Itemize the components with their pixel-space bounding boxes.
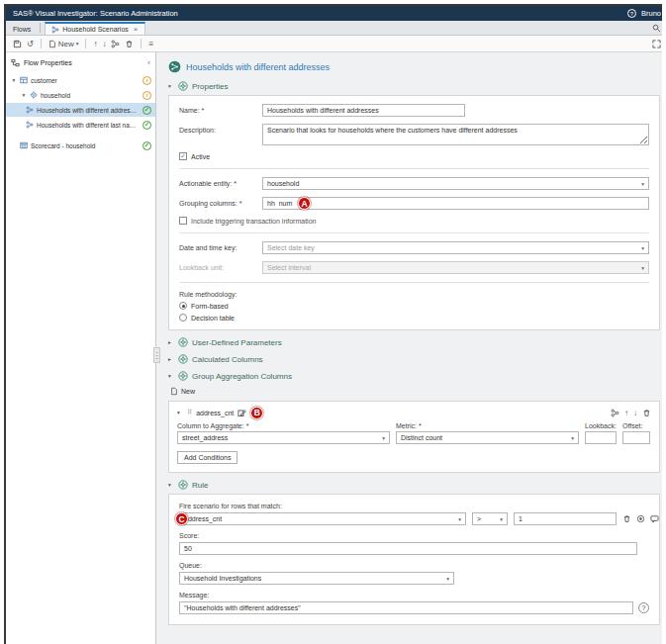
section-title: User-Defined Parameters xyxy=(192,338,282,347)
drag-handle-icon[interactable]: ⠿ xyxy=(187,409,192,416)
search-icon[interactable] xyxy=(652,24,661,33)
section-user-defined-parameters[interactable]: ▸ User-Defined Parameters xyxy=(168,337,660,347)
include-triggering-checkbox[interactable]: Include triggering transaction informati… xyxy=(179,217,649,225)
tab-close-icon[interactable]: × xyxy=(134,25,139,34)
column-to-aggregate-select[interactable]: street_address ▾ xyxy=(177,431,390,444)
move-down-button[interactable]: ↓ xyxy=(102,40,106,48)
delete-condition-icon[interactable] xyxy=(622,514,631,523)
aggregation-item-header[interactable]: ▾ ⠿ address_cnt B ↑ ↓ xyxy=(177,405,651,420)
expand-caret-icon[interactable]: ▾ xyxy=(11,77,17,83)
message-input[interactable] xyxy=(179,601,633,614)
delete-button[interactable] xyxy=(125,40,134,48)
selected-value: household xyxy=(267,180,299,187)
chevron-down-icon: ▾ xyxy=(446,576,449,582)
message-row: ? xyxy=(179,601,649,614)
score-label: Score: xyxy=(179,532,649,539)
radio-decision-table[interactable]: Decision table xyxy=(179,314,649,322)
panel-header: Flow Properties ‹ xyxy=(6,55,155,72)
undo-button[interactable]: ↺ xyxy=(27,40,34,48)
new-aggregation-button[interactable]: New xyxy=(170,387,195,396)
section-rule[interactable]: ▾ Rule xyxy=(168,480,660,490)
flows-menu[interactable]: Flows xyxy=(6,26,40,35)
tree-item-households-different-addresses[interactable]: Households with different addresses ✓ xyxy=(6,103,155,117)
fire-scenario-label: Fire scenario for rows that match: xyxy=(179,503,649,509)
gear-circle-icon xyxy=(178,480,188,490)
chevron-down-icon: ▾ xyxy=(571,435,574,441)
disable-rule-icon[interactable] xyxy=(636,514,645,523)
help-icon[interactable]: ? xyxy=(627,9,636,18)
score-input[interactable] xyxy=(179,542,637,555)
valid-status-icon: ✓ xyxy=(143,141,151,150)
rule-field-select[interactable]: address_cnt ▾ xyxy=(179,512,466,525)
lookback-input[interactable] xyxy=(585,431,617,444)
selected-value: Household Investigations xyxy=(184,575,261,582)
toolbar: ↺ New ▾ ↑ ↓ ≡ xyxy=(6,36,662,52)
grouping-columns-input[interactable] xyxy=(262,197,649,210)
tree-item-household[interactable]: ▾ household i xyxy=(6,88,155,102)
move-up-icon[interactable]: ↑ xyxy=(624,409,628,417)
panel-splitter[interactable]: ⋮ xyxy=(153,347,160,363)
chevron-down-icon: ▾ xyxy=(458,516,461,522)
tree-item-customer[interactable]: ▾ customer i xyxy=(6,73,155,87)
rule-operator-select[interactable]: > ▾ xyxy=(472,512,508,525)
section-group-aggregation-columns[interactable]: ▾ Group Aggregation Columns xyxy=(168,371,660,381)
move-up-button[interactable]: ↑ xyxy=(93,40,97,48)
move-down-icon[interactable]: ↓ xyxy=(633,409,637,417)
entity-table-icon xyxy=(20,76,28,84)
description-textarea[interactable]: Scenario that looks for households where… xyxy=(262,124,649,145)
body: ⋮ Flow Properties ‹ ▾ customer i ▾ xyxy=(6,52,662,644)
comment-icon[interactable] xyxy=(650,514,659,523)
section-caret-icon: ▸ xyxy=(168,356,174,362)
divider xyxy=(41,39,42,48)
name-input[interactable] xyxy=(262,104,465,117)
flow-view-button[interactable] xyxy=(111,40,120,48)
collapse-panel-icon[interactable]: ‹ xyxy=(147,58,150,67)
tree-item-scorecard-household[interactable]: Scorecard - household ✓ xyxy=(6,138,155,152)
message-help-icon[interactable]: ? xyxy=(638,602,649,613)
actionable-entity-select[interactable]: household ▾ xyxy=(262,177,649,190)
section-calculated-columns[interactable]: ▸ Calculated Columns xyxy=(168,354,660,364)
scorecard-icon xyxy=(20,141,28,149)
section-caret-icon: ▸ xyxy=(168,339,174,345)
save-button[interactable] xyxy=(13,40,22,48)
selected-value: Distinct count xyxy=(401,434,442,441)
rule-methodology-label: Rule methodology: xyxy=(179,291,649,298)
expand-caret-icon[interactable]: ▾ xyxy=(21,92,27,98)
message-label: Message: xyxy=(179,592,649,598)
user-name[interactable]: Bruno xyxy=(641,9,661,18)
add-conditions-button[interactable]: Add Conditions xyxy=(177,451,238,464)
offset-input[interactable] xyxy=(622,431,650,444)
metric-select[interactable]: Distinct count ▾ xyxy=(396,431,579,444)
active-checkbox[interactable]: ✓ Active xyxy=(179,152,649,160)
tree-item-households-different-last-names[interactable]: Households with different last names ✓ xyxy=(6,118,155,132)
section-properties[interactable]: ▾ Properties xyxy=(168,81,660,91)
item-caret-icon[interactable]: ▾ xyxy=(177,410,183,415)
annotation-c-badge: C xyxy=(175,512,188,525)
list-view-button[interactable]: ≡ xyxy=(148,40,153,48)
new-document-icon xyxy=(170,387,178,396)
form-based-label: Form-based xyxy=(191,303,229,310)
expand-button[interactable] xyxy=(652,40,661,48)
chevron-down-icon: ▾ xyxy=(382,435,385,441)
rename-icon[interactable] xyxy=(238,409,246,417)
delete-icon[interactable] xyxy=(642,409,651,417)
section-title: Group Aggregation Columns xyxy=(192,372,292,381)
flow-icon[interactable] xyxy=(611,409,619,417)
chevron-down-icon: ▾ xyxy=(641,265,644,271)
new-aggregation-label: New xyxy=(181,388,195,395)
rule-panel: Fire scenario for rows that match: C add… xyxy=(168,494,660,625)
chevron-down-icon: ▾ xyxy=(76,41,79,46)
new-button[interactable]: New ▾ xyxy=(48,40,79,48)
lookback-unit-label: Lookback unit: xyxy=(179,261,262,271)
lookback-header: Lookback: xyxy=(585,422,617,429)
chevron-down-icon: ▾ xyxy=(641,181,644,187)
tab-household-scenarios[interactable]: Household Scenarios × xyxy=(45,22,144,35)
rule-value-input[interactable] xyxy=(514,512,617,525)
tab-bar: Flows Household Scenarios × xyxy=(6,21,662,36)
radio-form-based[interactable]: Form-based xyxy=(179,302,649,310)
active-label: Active xyxy=(191,153,210,160)
checkbox-unchecked-icon xyxy=(179,217,187,225)
actionable-entity-label: Actionable entity: * xyxy=(179,177,262,187)
date-time-key-select[interactable]: Select date key ▾ xyxy=(262,241,649,254)
queue-select[interactable]: Household Investigations ▾ xyxy=(179,572,454,585)
